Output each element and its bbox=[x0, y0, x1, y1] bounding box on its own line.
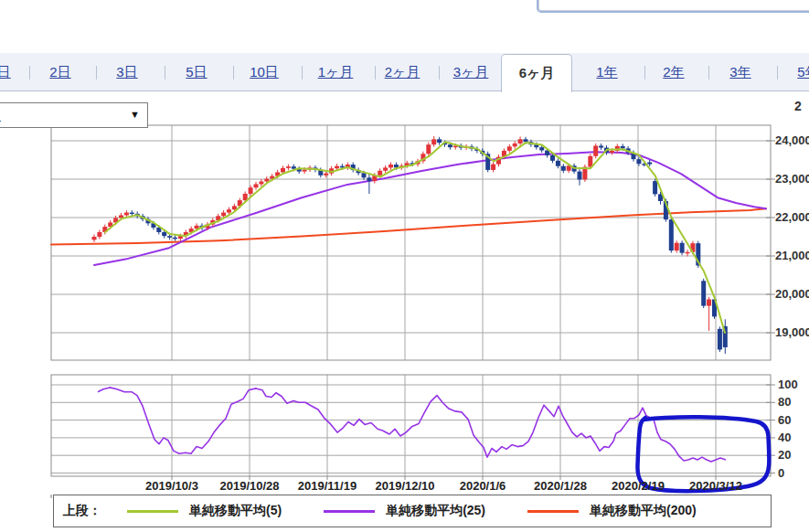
tab-separator bbox=[302, 66, 303, 80]
price-axis-label: 23,000 bbox=[775, 172, 809, 186]
tab-5日[interactable]: 5日 bbox=[186, 64, 207, 81]
tab-separator bbox=[165, 66, 165, 80]
legend-item: 単純移動平均(200) bbox=[527, 503, 697, 519]
price-axis-label: 24,000 bbox=[775, 133, 809, 147]
tab-3年[interactable]: 3年 bbox=[729, 64, 750, 81]
date-axis-label: 2019/11/19 bbox=[298, 479, 357, 493]
legend-line-swatch bbox=[127, 510, 178, 513]
tab-2年[interactable]: 2年 bbox=[663, 64, 684, 81]
candles-group bbox=[92, 136, 728, 354]
active-tab-label: 6ヶ月 bbox=[519, 65, 555, 82]
stock-chart-page: 6ヶ月 足 ▼ 2 24,00023,00022,00021,00020,000… bbox=[0, 0, 809, 532]
tab-10日[interactable]: 10日 bbox=[250, 64, 279, 81]
date-axis-label: 2019/12/10 bbox=[375, 479, 434, 493]
tab-separator bbox=[375, 66, 376, 80]
oscillator-axis-label: 100 bbox=[778, 378, 798, 391]
tab-3日[interactable]: 3日 bbox=[116, 64, 137, 81]
tab-separator bbox=[29, 66, 30, 80]
date-axis-label: 2019/10/3 bbox=[145, 479, 198, 493]
sma5-line bbox=[105, 142, 725, 333]
date-axis-label: 2020/2/19 bbox=[612, 479, 665, 493]
date-axis-label: 2020/1/6 bbox=[460, 479, 506, 493]
oscillator-axis-label: 0 bbox=[778, 466, 784, 480]
price-axis-label: 22,000 bbox=[775, 210, 809, 224]
tab-separator bbox=[233, 66, 234, 80]
legend-line-swatch bbox=[527, 510, 579, 513]
tab-separator bbox=[777, 66, 778, 80]
legend-line-swatch bbox=[324, 510, 375, 513]
tab-separator bbox=[644, 66, 645, 80]
legend-prefix: 上段： bbox=[63, 503, 101, 519]
chart-legend: 上段： 単純移動平均(5)単純移動平均(25)単純移動平均(200) bbox=[53, 495, 772, 527]
oscillator-axis-label: 60 bbox=[778, 413, 791, 427]
price-axis-label: 20,000 bbox=[775, 287, 809, 301]
tab-separator bbox=[708, 66, 709, 80]
legend-item-label: 単純移動平均(5) bbox=[189, 503, 282, 519]
price-axis-label: 21,000 bbox=[775, 249, 809, 262]
legend-item-label: 単純移動平均(200) bbox=[590, 503, 697, 519]
lower-panel-grid bbox=[51, 375, 775, 480]
tab-6months-active[interactable]: 6ヶ月 bbox=[501, 54, 572, 92]
date-axis-label: 2020/3/12 bbox=[689, 479, 742, 493]
timeframe-select[interactable]: 足 ▼ bbox=[0, 102, 148, 128]
oscillator-axis-label: 20 bbox=[778, 448, 791, 462]
tab-1日[interactable]: 1日 bbox=[0, 64, 11, 81]
timeframe-select-value: 足 bbox=[0, 107, 2, 124]
tab-separator bbox=[96, 66, 97, 80]
oscillator-axis-label: 40 bbox=[778, 431, 791, 444]
oscillator-axis-label: 80 bbox=[778, 395, 791, 409]
tab-2日[interactable]: 2日 bbox=[49, 64, 70, 81]
tab-1ヶ月[interactable]: 1ヶ月 bbox=[318, 64, 354, 81]
oscillator-line bbox=[98, 388, 726, 462]
legend-item-label: 単純移動平均(25) bbox=[386, 503, 485, 519]
tab-3ヶ月[interactable]: 3ヶ月 bbox=[453, 64, 489, 81]
legend-item: 単純移動平均(5) bbox=[127, 503, 282, 519]
date-axis-label: 2020/1/28 bbox=[534, 479, 587, 493]
tab-2ヶ月[interactable]: 2ヶ月 bbox=[385, 64, 420, 81]
legend-item: 単純移動平均(25) bbox=[324, 503, 485, 519]
tab-bar-divider bbox=[0, 90, 809, 91]
tab-5年[interactable]: 5年 bbox=[797, 64, 809, 81]
price-axis-label: 19,000 bbox=[775, 325, 809, 339]
chevron-down-icon: ▼ bbox=[130, 109, 140, 120]
date-axis-label: 2019/10/28 bbox=[219, 479, 279, 493]
tab-separator bbox=[439, 66, 440, 80]
tab-1年[interactable]: 1年 bbox=[596, 64, 617, 81]
